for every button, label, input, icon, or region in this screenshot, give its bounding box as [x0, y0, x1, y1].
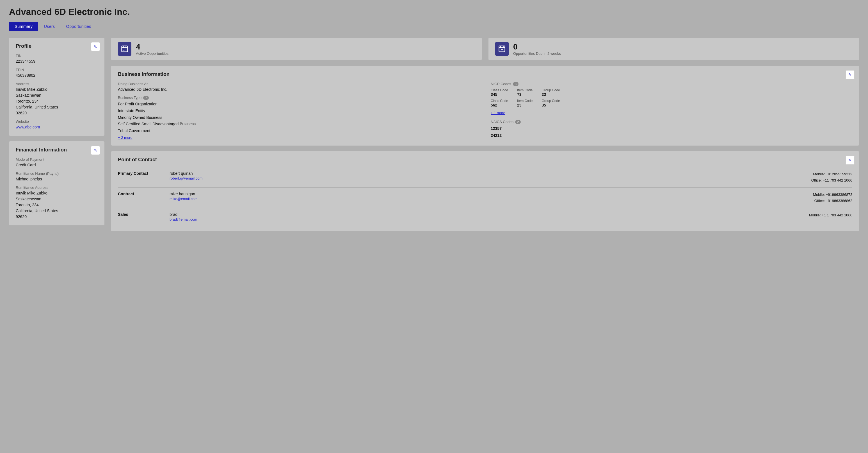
fein-label: FEIN: [16, 68, 98, 72]
website-label: Website: [16, 119, 98, 124]
active-opp-label: Active Opportunities: [136, 51, 168, 56]
nigp-entry-1: Class Code 345 Item Code 73 Group Code 2…: [491, 88, 852, 97]
dba-label: Doing Business As: [118, 82, 479, 86]
edit-icon: ✎: [94, 45, 97, 49]
address-label: Address: [16, 82, 98, 86]
nigp-badge: 3: [513, 82, 519, 86]
opp-due-value: 0: [513, 43, 561, 51]
remittance-address-value: Inuvik Mike Zubko Saskatchewan Torontto,…: [16, 190, 98, 220]
tab-summary[interactable]: Summary: [9, 22, 38, 31]
point-of-contact-section: Point of Contact ✎ Primary Contact rober…: [111, 151, 859, 231]
poc-office-primary: Office: +11 703 442 1066: [811, 177, 852, 183]
business-type-badge: 7: [143, 96, 149, 100]
poc-type-sales: Sales: [118, 212, 163, 217]
main-content: Profile ✎ TIN 223344559 FEIN 456378902 A…: [9, 38, 859, 231]
payment-value: Credit Card: [16, 162, 98, 168]
poc-name-contract: mike hannigan: [169, 192, 806, 196]
business-info-right: NIGP Codes 3 Class Code 345 Item Code 73: [491, 82, 852, 140]
naics-label: NAICS Codes 2: [491, 120, 852, 124]
right-panel: ✎ ≡ 4 Active Opportunities: [111, 38, 859, 231]
opp-due-info: 0 Opportunities Due in 2 weeks: [513, 43, 561, 56]
poc-contact-contract: Mobile: +919963386872 Office: +919863386…: [813, 192, 852, 204]
poc-type-contract: Contract: [118, 192, 163, 196]
profile-section: Profile ✎ TIN 223344559 FEIN 456378902 A…: [9, 38, 104, 136]
poc-mobile-contract: Mobile: +919963386872: [813, 192, 852, 198]
opportunities-icon: ≡: [118, 42, 131, 56]
opportunities-due-stat: 0 Opportunities Due in 2 weeks: [489, 38, 859, 60]
poc-email-contract[interactable]: mike@email.com: [169, 197, 198, 201]
poc-row-contract: Contract mike hannigan mike@email.com Mo…: [118, 188, 852, 208]
edit-icon: ✎: [94, 148, 97, 152]
edit-icon: ✎: [848, 158, 852, 163]
poc-edit-button[interactable]: ✎: [845, 156, 855, 165]
naics-badge: 2: [515, 120, 521, 124]
opp-due-label: Opportunities Due in 2 weeks: [513, 51, 561, 56]
profile-edit-button[interactable]: ✎: [91, 42, 100, 51]
poc-email-sales[interactable]: brad@email.com: [169, 217, 197, 222]
nigp-more-link[interactable]: + 1 more: [491, 111, 505, 115]
poc-contact-sales: Mobile: +1 1 703 442 1066: [809, 212, 852, 218]
poc-info-contract: mike hannigan mike@email.com: [169, 192, 806, 201]
business-type-more-link[interactable]: + 2 more: [118, 136, 132, 140]
naics-values: 12357 24212: [491, 125, 852, 139]
business-info-edit-button[interactable]: ✎: [845, 70, 855, 79]
financial-edit-button[interactable]: ✎: [91, 146, 100, 155]
poc-info-sales: brad brad@email.com: [169, 212, 802, 222]
poc-row-sales: Sales brad brad@email.com Mobile: +1 1 7…: [118, 208, 852, 226]
business-info-columns: Doing Business As Advanced 6D Electronic…: [118, 82, 852, 140]
remittance-name-value: Michael phelps: [16, 176, 98, 182]
active-opp-info: 4 Active Opportunities: [136, 43, 168, 56]
poc-info-primary: robert quinan robert.q@email.com: [169, 171, 805, 181]
poc-title: Point of Contact: [118, 157, 852, 163]
poc-mobile-sales: Mobile: +1 1 703 442 1066: [809, 212, 852, 218]
payment-label: Mode of Payment: [16, 158, 98, 162]
active-opp-value: 4: [136, 43, 168, 51]
business-type-label: Business Type 7: [118, 95, 479, 100]
edit-icon: ✎: [848, 73, 852, 77]
calendar-icon: [495, 42, 509, 56]
nigp-label: NIGP Codes 3: [491, 82, 852, 86]
stats-row: ✎ ≡ 4 Active Opportunities: [111, 38, 859, 60]
left-panel: Profile ✎ TIN 223344559 FEIN 456378902 A…: [9, 38, 104, 231]
poc-email-primary[interactable]: robert.q@email.com: [169, 176, 203, 180]
tin-label: TIN: [16, 54, 98, 58]
profile-title: Profile: [16, 43, 98, 49]
business-type-list: For Profit Organization Interstate Entit…: [118, 101, 479, 134]
svg-text:≡: ≡: [123, 49, 124, 52]
poc-contact-primary: Mobile: +912055159212 Office: +11 703 44…: [811, 171, 852, 183]
poc-name-sales: brad: [169, 212, 802, 217]
financial-section: Financial Information ✎ Mode of Payment …: [9, 141, 104, 225]
svg-rect-0: [122, 46, 128, 52]
business-info-title: Business Information: [118, 72, 852, 77]
active-opportunities-stat: ≡ 4 Active Opportunities: [111, 38, 482, 60]
financial-title: Financial Information: [16, 147, 98, 153]
tabs-bar: Summary Users Opportunities: [9, 22, 859, 31]
fein-value: 456378902: [16, 73, 98, 78]
tab-users[interactable]: Users: [38, 22, 60, 31]
nigp-entry-2: Class Code 562 Item Code 23 Group Code 3…: [491, 99, 852, 107]
page-title: Advanced 6D Electronic Inc.: [9, 7, 859, 17]
business-info-left: Doing Business As Advanced 6D Electronic…: [118, 82, 479, 140]
business-info-section: Business Information ✎ Doing Business As…: [111, 66, 859, 146]
tab-opportunities[interactable]: Opportunities: [60, 22, 97, 31]
remittance-address-label: Remittance Address: [16, 186, 98, 190]
remittance-name-label: Remittance Name (Pay to): [16, 171, 98, 176]
poc-type-primary: Primary Contact: [118, 171, 163, 176]
poc-name-primary: robert quinan: [169, 171, 805, 176]
dba-value: Advanced 6D Electronic Inc.: [118, 87, 479, 92]
address-value: Inuvik Mike Zubko Saskatchewan Torontto,…: [16, 87, 98, 116]
poc-office-contract: Office: +919863386862: [813, 198, 852, 204]
website-link[interactable]: www.abc.com: [16, 125, 40, 129]
poc-mobile-primary: Mobile: +912055159212: [811, 171, 852, 177]
poc-row-primary: Primary Contact robert quinan robert.q@e…: [118, 167, 852, 188]
tin-value: 223344559: [16, 58, 98, 64]
